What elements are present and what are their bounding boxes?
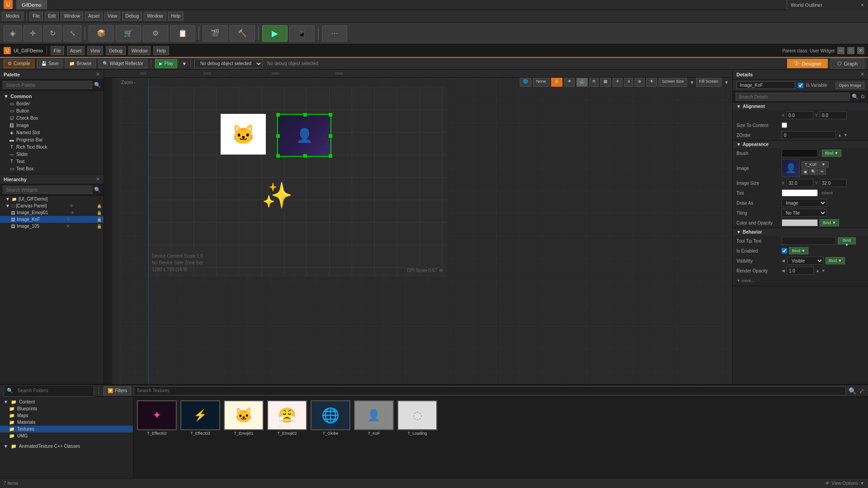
zorder-arrow-down[interactable]: ▼: [844, 133, 848, 137]
hier-item-canvas[interactable]: ▼ □ [Canvas Panel] 👁 🔒: [0, 202, 104, 209]
hier-item-emoji01[interactable]: 🖼 Image_Emoji01 👁 🔒: [0, 209, 104, 216]
img105-vis-icon[interactable]: 👁: [66, 224, 70, 229]
tb-select-btn[interactable]: ◈: [4, 25, 22, 42]
image-arrow-left-btn[interactable]: ◀: [802, 169, 808, 175]
appearance-header[interactable]: ▼ Appearance: [733, 141, 868, 148]
sub-editor-minimize[interactable]: —: [837, 47, 844, 54]
sub-menu-window[interactable]: Window: [128, 46, 151, 55]
sub-menu-debug[interactable]: Debug: [106, 46, 125, 55]
tb-rotate-btn[interactable]: ↻: [43, 25, 61, 42]
handle-bl[interactable]: [276, 154, 280, 158]
tb-marketplace-btn[interactable]: 🛒: [116, 25, 141, 42]
details-title-close[interactable]: ✕: [860, 71, 864, 77]
asset-globe[interactable]: 🌐 T_Globe: [311, 400, 350, 436]
palette-search-input[interactable]: [3, 81, 92, 89]
compile-button[interactable]: ⚙ Compile: [4, 59, 34, 68]
modes-button[interactable]: Modes: [2, 12, 24, 21]
enabled-checkbox[interactable]: [782, 248, 787, 253]
screen-size-btn[interactable]: Screen Size: [659, 78, 687, 87]
canvas-area[interactable]: Zoom - 🐱 👤: [112, 78, 732, 384]
search-textures-input[interactable]: [134, 386, 846, 395]
handle-ml[interactable]: [276, 134, 280, 138]
search-textures-btn[interactable]: 🔍: [849, 387, 856, 394]
vp-snap-btn[interactable]: ✛: [613, 78, 623, 87]
vp-none-btn[interactable]: None: [533, 78, 549, 87]
view-options-label[interactable]: View Options: [831, 481, 858, 486]
emoji01-lock-icon[interactable]: 🔒: [97, 211, 102, 215]
dpi-settings-icon[interactable]: ⚙: [439, 268, 443, 273]
menu-window2[interactable]: Window: [144, 12, 166, 21]
content-textures[interactable]: 📁 Textures: [0, 426, 133, 432]
palette-item-image[interactable]: 🖼 Image: [0, 122, 104, 129]
image-search-btn[interactable]: 🔍: [809, 169, 818, 175]
asset-loading[interactable]: ◌ T_Loading: [397, 400, 437, 436]
palette-item-button[interactable]: ▭ Button: [0, 107, 104, 114]
viewport[interactable]: 500 1000 1500 2000 🌐 None 🔒 👁 ⚓ R ▦ ✛ 4 …: [104, 70, 732, 384]
more-options-btn[interactable]: ▼ more...: [736, 278, 754, 283]
widget-reflector-button[interactable]: 🔍 Widget Reflector: [99, 59, 147, 68]
palette-search-button[interactable]: 🔍: [94, 82, 101, 88]
image-preview-thumb[interactable]: 👤: [782, 159, 800, 177]
graph-tab[interactable]: ⬡ Graph: [830, 58, 864, 69]
browse-button[interactable]: 📁 Browse: [65, 59, 95, 68]
vp-r-btn[interactable]: R: [590, 78, 599, 87]
brush-input[interactable]: [782, 149, 818, 157]
sub-menu-view[interactable]: View: [87, 46, 104, 55]
hierarchy-search-input[interactable]: [3, 186, 92, 194]
screen-size-arrow[interactable]: ▼: [690, 80, 694, 85]
hier-item-105[interactable]: 🖼 Image_105 👁 🔒: [0, 223, 104, 230]
design-canvas[interactable]: 🐱 👤: [148, 87, 447, 277]
play-btn-small[interactable]: ▶ Play: [155, 59, 177, 68]
sub-menu-file[interactable]: File: [51, 46, 64, 55]
search-folders-input[interactable]: [15, 386, 91, 395]
hier-item-kof[interactable]: 🖼 Image_KoF 👁 🔒: [0, 216, 104, 223]
asset-kof[interactable]: 👤 T_KoF: [354, 400, 394, 436]
color-bind-btn[interactable]: Bind ▼: [820, 219, 839, 226]
sub-editor-maximize[interactable]: □: [847, 47, 854, 54]
tb-blueprints-btn[interactable]: 📋: [170, 25, 195, 42]
lock-icon[interactable]: 🔒: [97, 204, 102, 208]
handle-tr[interactable]: [329, 113, 332, 117]
canvas-fire-widget[interactable]: ✨: [257, 175, 297, 216]
details-search-input[interactable]: [736, 93, 850, 101]
palette-item-checkbox[interactable]: ☑ Check Box: [0, 114, 104, 122]
world-outliner-close[interactable]: ✕: [860, 2, 864, 8]
palette-item-text-box[interactable]: ▭ Text Box: [0, 165, 104, 172]
render-opacity-arr-down[interactable]: ▼: [821, 268, 826, 273]
tb-launch-btn[interactable]: 📱: [289, 25, 315, 42]
menu-file[interactable]: File: [29, 12, 43, 21]
fill-screen-arrow[interactable]: ▼: [724, 80, 729, 85]
behavior-header[interactable]: ▼ Behavior: [733, 228, 868, 236]
zorder-arrow-up[interactable]: ▲: [838, 133, 842, 137]
palette-item-text[interactable]: T Text: [0, 158, 104, 165]
handle-bm[interactable]: [303, 154, 307, 158]
sub-menu-help[interactable]: Help: [153, 46, 169, 55]
image-name-selector[interactable]: T_KoF ▼: [802, 161, 829, 168]
palette-close[interactable]: ✕: [96, 71, 100, 77]
handle-tm[interactable]: [303, 113, 307, 117]
tb-cinematics-btn[interactable]: 🎬: [203, 25, 228, 42]
content-maps[interactable]: 📁 Maps: [0, 412, 133, 419]
zorder-input[interactable]: [782, 131, 836, 139]
designer-tab[interactable]: 🎨 Designer: [787, 59, 828, 68]
size-y-input[interactable]: [820, 179, 847, 187]
tiling-select[interactable]: No Tile: [782, 209, 827, 217]
menu-asset[interactable]: Asset: [85, 12, 103, 21]
vp-eye-btn[interactable]: 👁: [564, 78, 575, 87]
asset-emoji02[interactable]: 😤 T_Emoji02: [267, 400, 307, 436]
is-variable-checkbox[interactable]: [798, 83, 803, 88]
kof-lock-icon[interactable]: 🔒: [97, 217, 102, 222]
vp-grid-btn[interactable]: ▦: [600, 78, 611, 87]
sub-editor-close[interactable]: ✕: [857, 47, 864, 54]
menu-debug[interactable]: Debug: [122, 12, 142, 21]
title-tab-gifdemo[interactable]: GifDemo: [16, 0, 47, 9]
asset-effect03[interactable]: ⚡ T_Effect03: [180, 400, 220, 436]
alignment-x-input[interactable]: [786, 111, 813, 119]
filters-button[interactable]: 🔽 Filters: [104, 386, 131, 395]
handle-tl[interactable]: [276, 113, 280, 117]
debug-filter-selector[interactable]: No debug object selected: [194, 59, 263, 68]
tb-move-btn[interactable]: ✛: [24, 25, 42, 42]
palette-item-slider[interactable]: — Slider: [0, 150, 104, 158]
palette-item-border[interactable]: ▭ Border: [0, 100, 104, 107]
draw-as-select[interactable]: Image: [782, 199, 827, 207]
